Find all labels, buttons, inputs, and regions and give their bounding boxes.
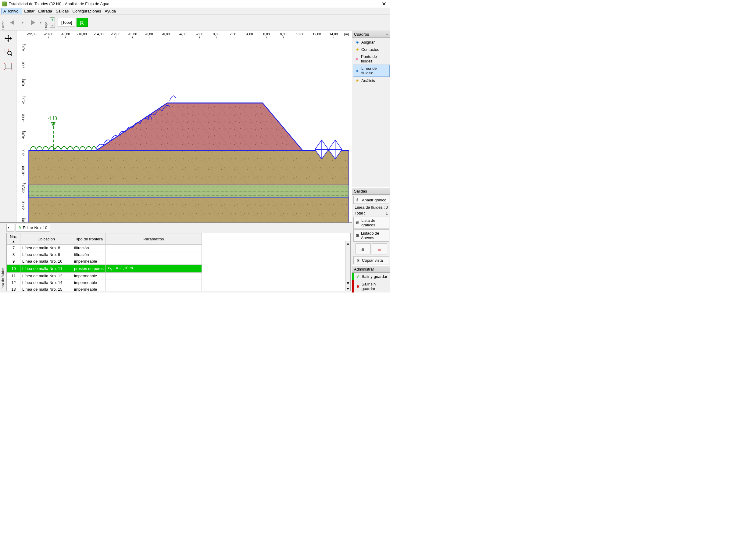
window-close-button[interactable]: ✕ [379, 1, 388, 7]
cuadros-item-contacts[interactable]: ◈Contactos [353, 46, 390, 53]
annex-icon: ⊞ [356, 233, 359, 238]
col-nro[interactable]: Nro. ▴ [7, 233, 20, 245]
table-row[interactable]: 12Línea de malla Nro. 14impermeable [7, 279, 202, 286]
ruler-x-label: 8,00 [280, 32, 286, 36]
check-icon: ✔ [356, 274, 360, 279]
cuadros-item-assign[interactable]: ◈Asignar [353, 38, 390, 46]
table-row[interactable]: 7Línea de malla Nro. 8filtración [7, 245, 202, 251]
table-row[interactable]: 10Línea de malla Nro. 11presión de poros… [7, 265, 202, 273]
table-row[interactable]: 9Línea de malla Nro. 10impermeable [7, 258, 202, 265]
menu-archivo[interactable]: Archivo [1, 8, 22, 14]
toggle-toolbar-button[interactable]: ▪_ [6, 224, 14, 232]
extents-tool[interactable] [2, 60, 15, 73]
list-icon: ⊞ [356, 220, 360, 225]
stage-toolbar: Editar ▾ ▾ Etapa + − [Topo] [1] [0, 15, 390, 30]
ruler-x-label: 2,00 [230, 32, 236, 36]
salidas-header: Salidas − [352, 187, 390, 195]
redo-dropdown[interactable]: ▾ [40, 20, 42, 25]
menu-salidas[interactable]: Salidas [54, 8, 71, 14]
ruler-x-label: 0,00 [213, 32, 219, 36]
stage-remove-button[interactable]: − [50, 23, 55, 28]
menu-configuraciones[interactable]: Configuraciones [71, 8, 103, 14]
edit-row-button[interactable]: ✎ Editar Nro. 10 [16, 224, 50, 232]
col-tipo[interactable]: Tipo de frontera [72, 233, 106, 245]
add-graphic-button[interactable]: ⎙⁺ Añadir gráfico [353, 196, 389, 204]
print-button[interactable]: 🖨 [356, 243, 371, 255]
cuadros-item-point[interactable]: ◈Punto de fluidez [353, 53, 390, 64]
cuadros-item-line[interactable]: ◈Línea de fluidez [353, 64, 390, 77]
salidas-minimize[interactable]: − [386, 189, 388, 193]
ruler-x-label: 10,00 [296, 32, 304, 36]
print-red-button[interactable]: 🖨 [372, 243, 387, 255]
ruler-x-label: -12,00 [111, 32, 120, 36]
table-row[interactable]: 8Línea de malla Nro. 9filtración [7, 251, 202, 258]
ruler-y-label: 2,00 [21, 62, 25, 68]
ruler-x-label: -14,00 [94, 32, 103, 36]
menu-ayuda[interactable]: Ayuda [103, 8, 118, 14]
admin-minimize[interactable]: − [386, 267, 388, 271]
save-exit-button[interactable]: ✔ Salir y guardar [352, 273, 390, 280]
ruler-y-label: -14,00 [21, 201, 25, 210]
line-icon: ◈ [355, 68, 359, 73]
x-icon: ✖ [356, 284, 360, 289]
exit-nosave-button[interactable]: ✖ Salir sin guardar [352, 280, 390, 293]
col-param[interactable]: Parámetros [106, 233, 202, 245]
undo-button[interactable] [6, 17, 21, 28]
table-scrollbar[interactable]: ▴ ▼ ▾ [345, 241, 350, 291]
ruler-x-label: -2,00 [196, 32, 203, 36]
water-label-left: -1,10 [48, 115, 57, 121]
ruler-x-label: -22,00 [27, 32, 36, 36]
list-graphics-button[interactable]: ⊞ Lista de gráficos [353, 217, 389, 229]
stage-add-button[interactable]: + [50, 17, 55, 22]
cuadros-item-analysis[interactable]: ◈Análisis [353, 77, 390, 84]
ruler-y-label: 4,00 [21, 45, 25, 51]
ruler-x-label: -10,00 [127, 32, 137, 36]
ruler-x-label: -18,00 [60, 32, 70, 36]
ruler-x-label: -6,00 [162, 32, 170, 36]
bottom-vtitle: Línea de fluidez [0, 223, 5, 293]
data-table[interactable]: Nro. ▴ Ubicación Tipo de frontera Paráme… [6, 233, 351, 291]
table-row[interactable]: 13Línea de malla Nro. 15impermeable [7, 286, 202, 291]
menu-entrada[interactable]: Entrada [36, 8, 54, 14]
menu-editar[interactable]: Editar [22, 8, 36, 14]
cuadros-body: ◈Asignar◈Contactos◈Punto de fluidez◈Líne… [352, 38, 390, 85]
title-bar: Estabilidad de Taludes (32 bit) - Anális… [0, 0, 390, 8]
bottom-panel: Línea de fluidez ▪_ ✎ Editar Nro. 10 Nro… [0, 222, 352, 293]
ruler-x-label: -20,00 [44, 32, 53, 36]
copy-icon: ⎘ [356, 258, 360, 263]
svg-rect-3 [5, 64, 11, 69]
salidas-stat: Total :1 [353, 210, 390, 216]
redo-button[interactable] [24, 17, 39, 28]
pan-tool[interactable] [2, 32, 15, 45]
admin-body: ✔ Salir y guardar ✖ Salir sin guardar [352, 273, 390, 293]
printer-red-icon: 🖨 [378, 247, 381, 251]
stage-tab-1[interactable]: [1] [77, 18, 87, 27]
ruler-y-label: -2,00 [21, 97, 25, 104]
ruler-y-label: 0,00 [21, 79, 25, 86]
zoom-tool[interactable] [2, 46, 15, 59]
ruler-x-label: 12,00 [312, 32, 321, 36]
undo-dropdown[interactable]: ▾ [22, 20, 24, 25]
ruler-x-label: -16,00 [77, 32, 86, 36]
table-row[interactable]: 11Línea de malla Nro. 12impermeable [7, 272, 202, 279]
stage-tab-topo[interactable]: [Topo] [58, 18, 75, 27]
pencil-icon: ✎ [18, 225, 22, 230]
ruler-x-label: 6,00 [263, 32, 269, 36]
point-icon: ◈ [355, 56, 359, 61]
ruler-horizontal: [m] -22,00-20,00-18,00-16,00-14,00-12,00… [26, 30, 352, 38]
copy-view-button[interactable]: ⎘ Copiar vista [353, 256, 389, 264]
add-graphic-icon: ⎙⁺ [356, 197, 360, 202]
svg-line-2 [11, 54, 12, 55]
cuadros-header: Cuadros − [352, 30, 390, 38]
cuadros-minimize[interactable]: − [386, 32, 388, 36]
ruler-y-label: -12,00 [21, 183, 25, 193]
col-ubicacion[interactable]: Ubicación [20, 233, 72, 245]
ruler-unit: [m] [344, 32, 349, 36]
ruler-x-label: -8,00 [145, 32, 153, 36]
ruler-y-label: -8,00 [21, 149, 25, 156]
admin-header: Administrar − [352, 265, 390, 273]
ruler-y-label: -10,00 [21, 166, 25, 176]
list-annex-button[interactable]: ⊞ Listado de Anexos [353, 230, 389, 242]
analysis-icon: ◈ [355, 78, 359, 83]
menu-bar: Archivo Editar Entrada Salidas Configura… [0, 8, 390, 15]
